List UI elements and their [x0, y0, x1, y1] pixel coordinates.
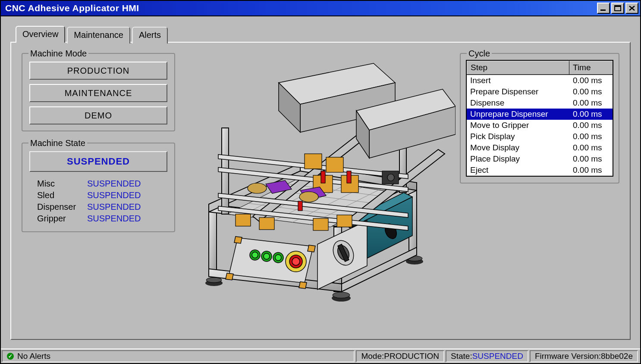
- cycle-time: 0.00 ms: [569, 109, 613, 120]
- cycle-col-step: Step: [467, 61, 569, 75]
- svg-rect-70: [259, 218, 274, 230]
- cycle-time: 0.00 ms: [569, 75, 613, 86]
- svg-rect-74: [347, 171, 351, 183]
- status-mode: Mode: PRODUCTION: [356, 350, 444, 362]
- svg-point-8: [333, 292, 350, 298]
- cycle-step: Prepare Dispenser: [467, 86, 569, 97]
- cycle-row[interactable]: Move to Gripper0.00 ms: [467, 120, 613, 131]
- status-alerts: ✓ No Alerts: [2, 350, 355, 362]
- left-column: Machine Mode PRODUCTION MAINTENANCE DEMO…: [22, 53, 175, 329]
- machine-state-main[interactable]: SUSPENDED: [29, 151, 167, 172]
- cycle-col-time: Time: [569, 61, 613, 75]
- status-mode-label: Mode:: [361, 352, 384, 361]
- client-area: Overview Maintenance Alerts Machine Mode…: [1, 16, 640, 348]
- svg-point-79: [299, 192, 318, 202]
- maximize-icon: [614, 5, 622, 11]
- cycle-row[interactable]: Pick Display0.00 ms: [467, 131, 613, 142]
- state-sled-label: Sled: [37, 190, 87, 200]
- cycle-time: 0.00 ms: [569, 97, 613, 109]
- status-state-value: SUSPENDED: [472, 352, 523, 361]
- svg-rect-2: [615, 6, 621, 7]
- svg-rect-73: [321, 171, 325, 183]
- tab-panel-overview: Machine Mode PRODUCTION MAINTENANCE DEMO…: [10, 42, 631, 340]
- cycle-step: Eject: [467, 165, 569, 176]
- cycle-step: Place Display: [467, 153, 569, 165]
- state-row-gripper: Gripper SUSPENDED: [37, 214, 167, 224]
- svg-marker-37: [299, 282, 307, 289]
- svg-rect-71: [313, 218, 328, 230]
- mode-production-button[interactable]: PRODUCTION: [29, 62, 167, 80]
- svg-point-78: [248, 183, 267, 193]
- svg-rect-69: [236, 214, 251, 226]
- right-column: Cycle Step Time Insert0.00 ms Prepare Di…: [460, 53, 619, 329]
- status-bar: ✓ No Alerts Mode: PRODUCTION State: SUSP…: [1, 348, 640, 363]
- cycle-row[interactable]: Unprepare Dispenser0.00 ms: [467, 109, 613, 120]
- mode-demo-button[interactable]: DEMO: [29, 106, 167, 124]
- state-row-dispenser: Dispenser SUSPENDED: [37, 202, 167, 212]
- cycle-row[interactable]: Place Display0.00 ms: [467, 153, 613, 165]
- status-firmware: Firmware Version: 8bbe02e: [530, 350, 638, 362]
- cycle-row[interactable]: Move Display0.00 ms: [467, 142, 613, 153]
- svg-marker-35: [308, 245, 315, 252]
- app-window: CNC Adhesive Applicator HMI Overview Mai…: [0, 0, 641, 364]
- cycle-table: Step Time Insert0.00 ms Prepare Dispense…: [466, 60, 613, 177]
- svg-rect-0: [600, 9, 606, 11]
- check-icon: ✓: [7, 353, 14, 360]
- cycle-table-header: Step Time: [467, 61, 613, 75]
- maximize-button[interactable]: [611, 3, 624, 14]
- machine-view: [188, 53, 447, 329]
- close-icon: [628, 5, 636, 11]
- svg-rect-72: [337, 215, 352, 227]
- status-state-label: State:: [451, 352, 472, 361]
- state-misc-label: Misc: [37, 179, 87, 189]
- svg-point-41: [264, 253, 270, 259]
- cycle-row[interactable]: Prepare Dispenser0.00 ms: [467, 86, 613, 97]
- window-buttons: [597, 3, 638, 14]
- cycle-step: Unprepare Dispenser: [467, 109, 569, 120]
- svg-rect-66: [326, 157, 343, 172]
- cycle-legend: Cycle: [467, 49, 492, 59]
- state-gripper-value: SUSPENDED: [87, 214, 141, 224]
- cycle-step: Move Display: [467, 142, 569, 153]
- svg-point-46: [292, 258, 300, 265]
- status-mode-value: PRODUCTION: [384, 352, 439, 361]
- state-sled-value: SUSPENDED: [87, 190, 141, 200]
- mode-maintenance-button[interactable]: MAINTENANCE: [29, 84, 167, 102]
- svg-point-39: [252, 252, 258, 258]
- state-gripper-label: Gripper: [37, 214, 87, 224]
- tabs: Overview Maintenance Alerts: [16, 26, 631, 43]
- cycle-row[interactable]: Insert0.00 ms: [467, 75, 613, 86]
- cycle-step: Dispense: [467, 97, 569, 109]
- status-fw-label: Firmware Version:: [535, 352, 601, 361]
- close-button[interactable]: [625, 3, 638, 14]
- state-row-sled: Sled SUSPENDED: [37, 190, 167, 200]
- cycle-time: 0.00 ms: [569, 153, 613, 165]
- cycle-time: 0.00 ms: [569, 86, 613, 97]
- svg-rect-10: [209, 212, 217, 277]
- svg-point-43: [275, 255, 281, 261]
- cycle-time: 0.00 ms: [569, 165, 613, 176]
- cycle-time: 0.00 ms: [569, 120, 613, 131]
- cycle-row[interactable]: Eject0.00 ms: [467, 165, 613, 176]
- minimize-icon: [600, 5, 607, 11]
- tab-overview[interactable]: Overview: [16, 26, 65, 43]
- cycle-step: Move to Gripper: [467, 120, 569, 131]
- cycle-group: Cycle Step Time Insert0.00 ms Prepare Di…: [460, 53, 619, 184]
- machine-state-group: Machine State SUSPENDED Misc SUSPENDED S…: [22, 143, 175, 232]
- svg-marker-34: [234, 236, 242, 243]
- minimize-button[interactable]: [597, 3, 610, 14]
- tab-maintenance[interactable]: Maintenance: [67, 27, 130, 44]
- machine-state-legend: Machine State: [28, 138, 87, 148]
- cycle-step: Insert: [467, 75, 569, 86]
- tab-alerts[interactable]: Alerts: [132, 27, 168, 44]
- cycle-time: 0.00 ms: [569, 142, 613, 153]
- cycle-time: 0.00 ms: [569, 131, 613, 142]
- state-dispenser-label: Dispenser: [37, 202, 87, 212]
- state-row-misc: Misc SUSPENDED: [37, 179, 167, 189]
- machine-illustration: [171, 42, 456, 309]
- status-state: State: SUSPENDED: [446, 350, 528, 362]
- machine-mode-group: Machine Mode PRODUCTION MAINTENANCE DEMO: [22, 53, 175, 131]
- svg-point-81: [387, 174, 394, 181]
- state-dispenser-value: SUSPENDED: [87, 202, 141, 212]
- cycle-row[interactable]: Dispense0.00 ms: [467, 97, 613, 109]
